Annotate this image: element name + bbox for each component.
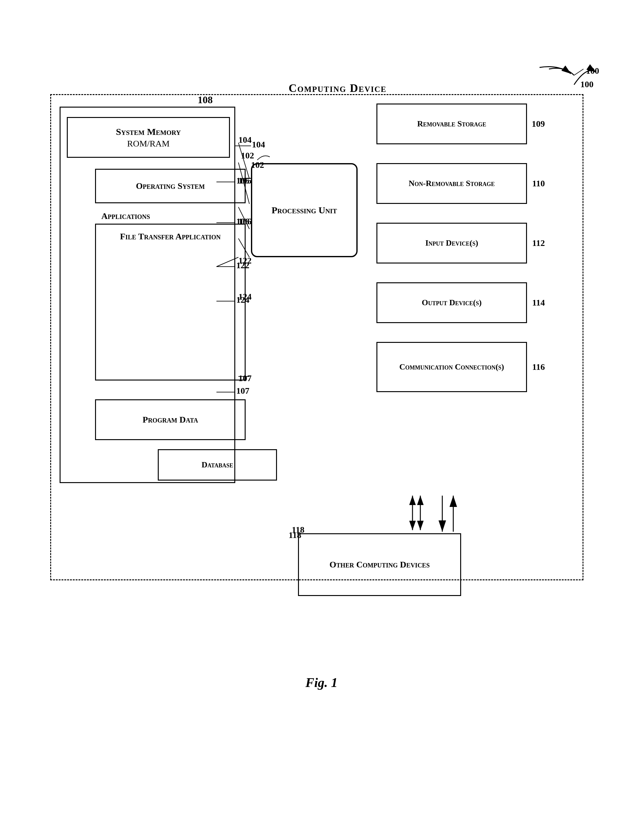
communication-connections-label: Communication Connection(s) — [399, 362, 504, 373]
program-data-box: Program Data — [95, 399, 246, 440]
right-column: Removable Storage 109 Non-Removable Stor… — [377, 104, 539, 411]
output-device-label: Output Device(s) — [422, 297, 482, 308]
ref-102: 102 — [251, 160, 264, 170]
system-memory-outer-box: System Memory ROM/RAM Operating System A… — [60, 107, 235, 483]
ref-122: 122 — [238, 256, 252, 266]
other-computing-devices-box: Other Computing Devices — [298, 533, 461, 596]
input-device-box: Input Device(s) 112 — [377, 223, 527, 264]
ref-104: 104 — [238, 135, 252, 145]
system-memory-label: System Memory — [116, 127, 181, 137]
processing-unit-label: Processing Unit — [272, 204, 337, 217]
processing-unit-box: Processing Unit — [251, 163, 358, 257]
ref-109: 109 — [532, 119, 545, 129]
ref-106: 106 — [238, 216, 252, 227]
database-box: Database — [158, 449, 277, 480]
figure-label: Fig. 1 — [306, 675, 338, 690]
program-data-label: Program Data — [143, 415, 198, 425]
ref-112: 112 — [532, 238, 545, 248]
other-computing-devices-label: Other Computing Devices — [329, 558, 430, 571]
ref-114: 114 — [532, 298, 545, 308]
ref-118: 118 — [289, 530, 301, 540]
ref-108: 108 — [198, 94, 213, 106]
ref-105: 105 — [238, 176, 252, 186]
applications-label: Applications — [101, 211, 150, 221]
computing-device-label: Computing Device — [289, 82, 386, 95]
ref-116: 116 — [532, 362, 545, 372]
ref-110: 110 — [532, 179, 545, 188]
system-memory-box: System Memory ROM/RAM — [67, 117, 230, 158]
operating-system-label: Operating System — [136, 181, 205, 191]
database-label: Database — [201, 460, 233, 470]
rom-ram-label: ROM/RAM — [127, 139, 169, 149]
file-transfer-label: File Transfer Application — [120, 231, 221, 242]
svg-text:100: 100 — [580, 79, 593, 88]
file-transfer-application-box: File Transfer Application Database — [95, 224, 246, 380]
ref-124: 124 — [238, 292, 252, 302]
removable-storage-label: Removable Storage — [417, 118, 486, 130]
non-removable-storage-label: Non-Removable Storage — [409, 178, 495, 189]
ref-107: 107 — [238, 373, 252, 383]
operating-system-box: Operating System — [95, 169, 246, 203]
removable-storage-box: Removable Storage 109 — [377, 104, 527, 144]
input-device-label: Input Device(s) — [425, 238, 479, 249]
output-device-box: Output Device(s) 114 — [377, 282, 527, 323]
communication-connections-box: Communication Connection(s) 116 — [377, 342, 527, 392]
non-removable-storage-box: Non-Removable Storage 110 — [377, 163, 527, 204]
